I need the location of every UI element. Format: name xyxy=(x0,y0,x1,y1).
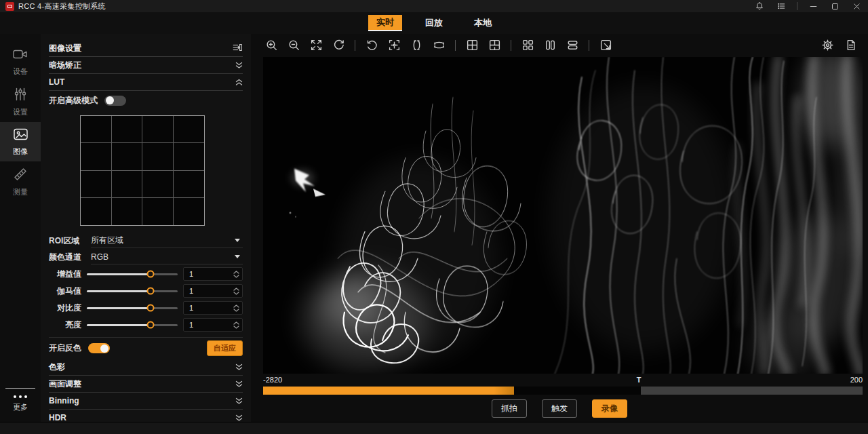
panel-header: 图像设置 xyxy=(49,41,243,57)
gamma-slider-knob[interactable] xyxy=(146,288,154,295)
advanced-mode-toggle[interactable] xyxy=(104,96,126,106)
advanced-mode-label: 开启高级模式 xyxy=(49,95,98,106)
timeline-bar[interactable] xyxy=(263,387,863,395)
grid-merge-icon[interactable] xyxy=(486,37,502,54)
gain-slider-knob[interactable] xyxy=(146,271,154,278)
gain-slider-track[interactable] xyxy=(87,273,178,275)
section-binning[interactable]: Binning xyxy=(49,393,243,410)
layout-quad-icon[interactable] xyxy=(519,37,536,54)
sidebar-item-measure[interactable]: 测量 xyxy=(0,161,41,202)
zoom-in-icon[interactable] xyxy=(263,37,279,54)
section-label: Binning xyxy=(49,396,79,406)
spinner-icon[interactable] xyxy=(233,304,239,312)
reset-view-icon[interactable] xyxy=(330,37,347,54)
zoom-out-icon[interactable] xyxy=(285,37,302,54)
channel-select[interactable]: RGB xyxy=(91,250,243,264)
sidebar-item-label: 图像 xyxy=(13,146,28,157)
advanced-mode-row: 开启高级模式 xyxy=(49,91,243,110)
sidebar-item-image[interactable]: 图像 xyxy=(0,122,41,161)
notification-bell-icon[interactable] xyxy=(753,1,766,11)
section-lut[interactable]: LUT xyxy=(49,74,243,91)
image-export-icon[interactable] xyxy=(597,37,614,54)
brightness-value-input[interactable]: 1 xyxy=(183,318,243,332)
contrast-slider-track[interactable] xyxy=(87,307,178,309)
spinner-icon[interactable] xyxy=(233,321,239,329)
live-view[interactable] xyxy=(263,57,863,374)
session-list-icon[interactable] xyxy=(775,1,787,11)
tab-local[interactable]: 本地 xyxy=(466,15,500,31)
sidebar-item-label: 设备 xyxy=(13,66,28,77)
grid-view-icon[interactable] xyxy=(464,37,480,54)
center-target-icon[interactable] xyxy=(386,37,402,54)
spinner-icon[interactable] xyxy=(233,288,239,295)
sidebar-item-more[interactable]: 更多 xyxy=(13,395,28,422)
record-button[interactable]: 录像 xyxy=(592,399,627,418)
rotate-icon[interactable] xyxy=(363,37,380,54)
timeline-start-value: -2820 xyxy=(263,376,282,384)
gamma-slider-track[interactable] xyxy=(87,290,178,292)
section-picture-adjust[interactable]: 画面调整 xyxy=(49,376,243,393)
more-dots-icon xyxy=(14,395,27,398)
mirror-vertical-icon[interactable] xyxy=(431,37,447,54)
app-window: RCC 4-高速采集控制系统 实时 回放 本地 xyxy=(0,0,868,434)
gain-value-input[interactable]: 1 xyxy=(183,267,243,281)
brightness-slider-knob[interactable] xyxy=(146,321,154,329)
brightness-slider-track[interactable] xyxy=(87,324,178,326)
toolbar-separator xyxy=(511,40,511,51)
panel-title: 图像设置 xyxy=(49,43,81,54)
gamma-value-input[interactable]: 1 xyxy=(183,284,243,298)
adaptive-button[interactable]: 自适应 xyxy=(207,340,243,356)
titlebar-separator xyxy=(797,2,797,10)
timeline-end-value: 200 xyxy=(850,376,863,384)
brightness-slider-row: 亮度 1 xyxy=(49,317,243,333)
layout-two-horizontal-icon[interactable] xyxy=(564,37,580,54)
lut-curve-grid[interactable] xyxy=(80,115,205,226)
sidebar-item-label: 更多 xyxy=(13,402,28,412)
minimize-icon[interactable] xyxy=(807,1,819,11)
chevron-double-down-icon xyxy=(235,380,243,388)
spinner-icon[interactable] xyxy=(233,271,239,278)
snap-button[interactable]: 抓拍 xyxy=(492,399,527,418)
sidebar-item-device[interactable]: 设备 xyxy=(0,42,41,81)
toolbar-separator xyxy=(589,40,589,51)
gamma-value: 1 xyxy=(189,287,193,295)
chevron-double-down-icon xyxy=(235,363,243,371)
section-label: 画面调整 xyxy=(49,378,81,390)
section-label: 色彩 xyxy=(49,361,65,373)
close-icon[interactable] xyxy=(850,1,863,11)
sidebar-item-settings[interactable]: 设置 xyxy=(0,81,41,122)
channel-label: 颜色通道 xyxy=(49,252,84,263)
maximize-icon[interactable] xyxy=(829,1,841,11)
window-title: RCC 4-高速采集控制系统 xyxy=(18,1,106,12)
fit-view-icon[interactable] xyxy=(308,37,324,54)
section-label: LUT xyxy=(49,77,64,87)
collapse-panel-icon[interactable] xyxy=(232,43,243,54)
timeline-filled-segment xyxy=(263,387,514,395)
trigger-timeline: -2820 T 200 xyxy=(251,374,868,395)
trigger-button[interactable]: 触发 xyxy=(542,399,577,418)
app-logo-icon xyxy=(5,2,14,11)
slider-label: 增益值 xyxy=(49,269,81,280)
roi-value: 所有区域 xyxy=(91,235,123,246)
layout-two-vertical-icon[interactable] xyxy=(542,37,558,54)
contrast-slider-row: 对比度 1 xyxy=(49,300,243,316)
contrast-slider-knob[interactable] xyxy=(146,304,154,312)
settings-gear-icon[interactable] xyxy=(819,37,835,54)
section-dark-field[interactable]: 暗场矫正 xyxy=(49,57,243,74)
title-bar: RCC 4-高速采集控制系统 xyxy=(0,0,868,12)
contrast-value: 1 xyxy=(189,304,193,312)
sidebar: 设备 设置 图像 测量 xyxy=(0,34,41,422)
roi-row: ROI区域 所有区域 xyxy=(49,233,243,249)
log-document-icon[interactable] xyxy=(842,37,859,54)
timeline-dark-segment xyxy=(514,387,641,395)
section-color[interactable]: 色彩 xyxy=(49,359,243,376)
gain-slider-row: 增益值 1 xyxy=(49,266,243,282)
invert-toggle[interactable] xyxy=(88,343,110,353)
roi-select[interactable]: 所有区域 xyxy=(91,233,243,248)
tab-playback[interactable]: 回放 xyxy=(417,15,451,31)
tab-live[interactable]: 实时 xyxy=(368,15,402,31)
chevron-double-down-icon xyxy=(235,414,243,422)
sidebar-divider xyxy=(5,388,35,389)
contrast-value-input[interactable]: 1 xyxy=(183,301,243,315)
mirror-horizontal-icon[interactable] xyxy=(408,37,425,54)
